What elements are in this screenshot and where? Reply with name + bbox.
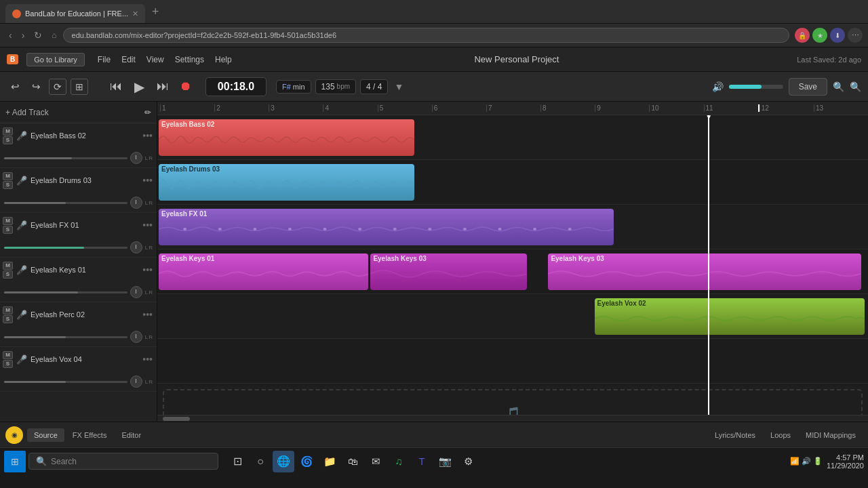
- track-more-fx01[interactable]: •••: [142, 220, 153, 230]
- track-more-drums03[interactable]: •••: [142, 175, 153, 186]
- editor-button[interactable]: Editor: [115, 428, 148, 442]
- track-volume-vox04[interactable]: [4, 381, 127, 383]
- extension-icon-3[interactable]: ⬇: [830, 28, 845, 43]
- forward-button[interactable]: ›: [18, 28, 28, 43]
- track-mic-drums03[interactable]: 🎤: [16, 176, 27, 186]
- track-lane-keys01[interactable]: Eyelash Keys 01 Eyelash Keys 03 Eyelash …: [157, 249, 868, 294]
- master-volume-slider[interactable]: [729, 85, 783, 89]
- time-sig-display[interactable]: 4 / 4: [360, 79, 388, 94]
- taskbar-icon-mail[interactable]: ✉: [365, 451, 387, 472]
- speaker-icon[interactable]: 🔊: [802, 457, 811, 466]
- taskbar-search-box[interactable]: 🔍 Search: [28, 453, 218, 470]
- extension-icon-1[interactable]: 🔒: [795, 28, 810, 43]
- source-button[interactable]: Source: [27, 428, 64, 442]
- midi-mappings-button[interactable]: MIDI Mappings: [799, 428, 863, 442]
- track-mic-vox04[interactable]: 🎤: [16, 354, 27, 365]
- track-lane-drums03[interactable]: Eyelash Drums 03: [157, 160, 868, 205]
- mute-button-drums03[interactable]: M: [3, 172, 13, 180]
- pan-knob-bass02[interactable]: [130, 152, 142, 164]
- taskbar-icon-camera[interactable]: 📷: [434, 451, 456, 472]
- solo-button-fx01[interactable]: S: [3, 226, 13, 234]
- track-volume-drums03[interactable]: [4, 202, 127, 204]
- battery-icon[interactable]: 🔋: [813, 457, 823, 466]
- loops-button[interactable]: Loops: [764, 428, 797, 442]
- home-button[interactable]: ⌂: [48, 28, 60, 42]
- extension-icon-2[interactable]: ★: [812, 28, 827, 43]
- track-lane-vox04[interactable]: [157, 339, 868, 384]
- track-lane-fx01[interactable]: Eyelash FX 01: [157, 205, 868, 249]
- zoom-out-button[interactable]: 🔍: [833, 81, 844, 92]
- mute-button-vox04[interactable]: M: [3, 351, 13, 359]
- mute-button-bass02[interactable]: M: [3, 127, 13, 136]
- refresh-button[interactable]: ↻: [31, 28, 45, 43]
- taskbar-icon-edge[interactable]: 🌀: [296, 451, 317, 472]
- back-button[interactable]: ‹: [5, 28, 16, 43]
- taskbar-icon-store[interactable]: 🛍: [342, 451, 363, 472]
- track-mic-perc02[interactable]: 🎤: [16, 310, 27, 320]
- track-mic-fx01[interactable]: 🎤: [16, 220, 27, 230]
- taskbar-icon-files[interactable]: 📁: [319, 451, 340, 472]
- add-track-button[interactable]: + Add Track: [5, 108, 49, 117]
- track-mic-bass02[interactable]: 🎤: [16, 131, 27, 141]
- solo-button-vox04[interactable]: S: [3, 360, 13, 368]
- rewind-button[interactable]: ⏮: [106, 77, 126, 96]
- timeline-ruler[interactable]: 1 2 3 4 5 6 7 8 9 10 11 12 13: [157, 102, 868, 115]
- track-lane-bass02[interactable]: Eyelash Bass 02: [157, 115, 868, 160]
- extension-icon-4[interactable]: ⋯: [848, 28, 863, 43]
- track-name-perc02[interactable]: Eyelash Perc 02: [31, 310, 139, 319]
- solo-button-drums03[interactable]: S: [3, 181, 13, 189]
- menu-file[interactable]: File: [93, 53, 115, 66]
- clip-keys01-1[interactable]: Eyelash Keys 01: [159, 253, 368, 290]
- solo-button-bass02[interactable]: S: [3, 136, 13, 144]
- taskbar-icon-settings[interactable]: ⚙: [457, 451, 479, 472]
- taskbar-icon-teams[interactable]: T: [411, 451, 433, 472]
- pan-knob-keys01[interactable]: [130, 286, 142, 298]
- track-name-vox04[interactable]: Eyelash Vox 04: [31, 355, 139, 363]
- pan-knob-fx01[interactable]: [130, 241, 142, 253]
- taskbar-icon-task[interactable]: ⊡: [226, 451, 248, 472]
- track-name-drums03[interactable]: Eyelash Drums 03: [31, 176, 139, 184]
- mute-button-fx01[interactable]: M: [3, 217, 13, 225]
- taskbar-icon-cortana[interactable]: ○: [250, 451, 271, 472]
- clip-drums03[interactable]: Eyelash Drums 03: [159, 164, 414, 201]
- solo-button-perc02[interactable]: S: [3, 315, 13, 323]
- track-mic-keys01[interactable]: 🎤: [16, 265, 27, 275]
- track-name-fx01[interactable]: Eyelash FX 01: [31, 221, 139, 229]
- track-more-vox04[interactable]: •••: [142, 354, 153, 365]
- pan-knob-perc02[interactable]: [130, 331, 142, 343]
- mute-button-keys01[interactable]: M: [3, 262, 13, 270]
- clip-keys01-3[interactable]: Eyelash Keys 03: [548, 253, 861, 290]
- fast-forward-button[interactable]: ⏭: [153, 77, 173, 96]
- taskbar-clock[interactable]: 4:57 PM 11/29/2020: [827, 453, 864, 470]
- pan-knob-vox04[interactable]: [130, 375, 142, 388]
- undo-button[interactable]: ↩: [7, 79, 24, 95]
- active-tool-indicator[interactable]: ◉: [5, 426, 23, 444]
- clip-bass02[interactable]: Eyelash Bass 02: [159, 119, 414, 156]
- start-button[interactable]: ⊞: [4, 451, 26, 472]
- fx-effects-button[interactable]: FX Effects: [66, 428, 114, 442]
- clip-perc02[interactable]: Eyelash Vox 02: [595, 298, 865, 335]
- track-more-perc02[interactable]: •••: [142, 309, 153, 320]
- menu-settings[interactable]: Settings: [170, 53, 209, 66]
- track-volume-perc02[interactable]: [4, 336, 127, 338]
- track-more-keys01[interactable]: •••: [142, 264, 153, 275]
- track-more-bass02[interactable]: •••: [142, 130, 153, 141]
- lyrics-notes-button[interactable]: Lyrics/Notes: [708, 428, 762, 442]
- h-scrollbar[interactable]: [157, 415, 868, 422]
- clip-keys01-2[interactable]: Eyelash Keys 03: [370, 253, 527, 290]
- grid-button[interactable]: ⊞: [71, 79, 88, 95]
- track-volume-fx01[interactable]: [4, 247, 127, 249]
- loop-button[interactable]: ⟳: [49, 79, 66, 95]
- taskbar-icon-chrome[interactable]: 🌐: [273, 451, 294, 472]
- menu-help[interactable]: Help: [210, 53, 237, 66]
- track-name-bass02[interactable]: Eyelash Bass 02: [31, 131, 139, 140]
- zoom-in-button[interactable]: 🔍: [850, 81, 861, 92]
- playhead[interactable]: ▼: [708, 115, 709, 415]
- mute-button-perc02[interactable]: M: [3, 306, 13, 314]
- bpm-display[interactable]: 135 bpm: [315, 79, 356, 94]
- menu-view[interactable]: View: [142, 53, 169, 66]
- pan-knob-drums03[interactable]: [130, 197, 142, 209]
- dropdown-button[interactable]: ▼: [392, 79, 406, 94]
- taskbar-icon-spotify[interactable]: ♫: [388, 451, 410, 472]
- track-lane-perc02[interactable]: Eyelash Vox 02: [157, 294, 868, 339]
